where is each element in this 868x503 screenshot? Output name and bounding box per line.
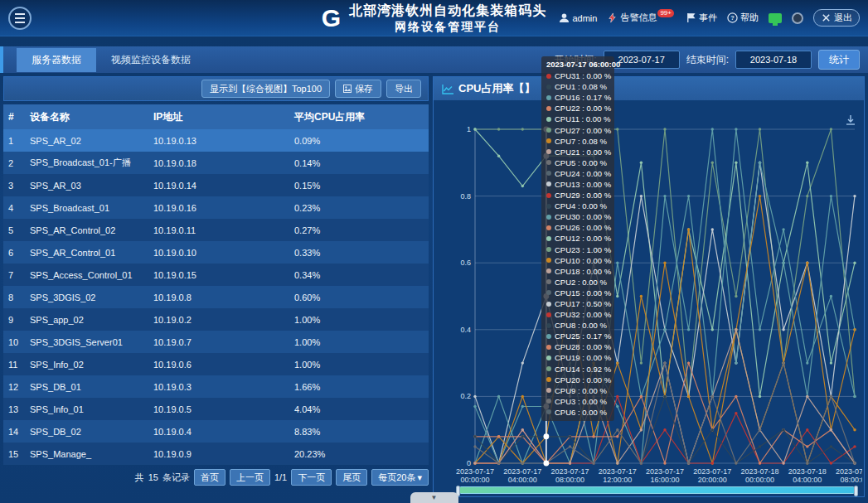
user-menu[interactable]: admin [559,12,597,23]
avg-cpu-cell: 0.34% [289,264,429,286]
start-time-input[interactable] [604,51,680,69]
screen-toggle[interactable] [769,13,782,23]
avg-cpu-cell: 0.14% [289,152,429,174]
ip-cell: 10.19.0.4 [148,420,289,443]
avg-cpu-cell: 1.00% [289,353,429,375]
tab-server-data[interactable]: 服务器数据 [17,48,96,72]
svg-text:0.8: 0.8 [460,192,471,201]
table-row[interactable]: 5SPS_AR_Control_0210.19.0.110.27% [3,219,429,241]
alarm-icon [607,12,618,23]
device-name-cell: SPS_DB_02 [25,420,148,443]
hamburger-menu-button[interactable] [8,7,32,30]
app-title: G 北部湾港钦州自动化集装箱码头 网络设备管理平台 [322,0,546,36]
table-row[interactable]: 11SPS_Info_0210.19.0.61.00% [3,353,429,375]
ip-cell: 10.19.0.18 [148,152,289,174]
event-menu[interactable]: 事件 [686,12,717,24]
table-row[interactable]: 8SPS_3DGIS_0210.19.0.80.60% [3,286,429,308]
last-page-button[interactable]: 尾页 [336,469,367,486]
device-name-cell: SPS_AR_03 [25,174,148,196]
table-row[interactable]: 4SPS_Broadcast_0110.19.0.160.23% [3,196,429,219]
download-icon [844,114,857,127]
save-button[interactable]: 保存 [335,80,381,98]
row-index: 10 [3,331,25,353]
table-header-row: # 设备名称 IP地址 平均CPU占用率 [3,104,429,129]
row-index: 3 [3,174,25,196]
first-page-button[interactable]: 首页 [194,469,225,486]
col-header-ip: IP地址 [148,104,289,129]
logout-button[interactable]: 退出 [813,9,860,27]
cpu-usage-chart[interactable]: 00.20.40.60.812023-07-1700:00:002023-07-… [434,100,862,490]
user-name: admin [572,13,597,23]
download-chart-button[interactable] [844,114,857,129]
zoom-handle-right[interactable] [854,486,858,496]
table-row[interactable]: 14SPS_DB_0210.19.0.48.83% [3,420,429,443]
collapse-panel-handle[interactable]: ▼ [410,492,458,503]
avg-cpu-cell: 1.00% [289,308,429,331]
ip-cell: 10.19.0.10 [148,241,289,264]
ip-cell: 10.19.0.16 [148,196,289,219]
data-zoom-slider[interactable] [457,486,857,494]
ip-cell: 10.19.0.13 [148,129,289,152]
device-name-cell: SPS_AR_Control_01 [25,241,148,264]
table-row[interactable]: 15SPS_Manage_10.19.0.920.23% [3,443,429,465]
table-row[interactable]: 7SPS_Access_Control_0110.19.0.150.34% [3,264,429,286]
event-label: 事件 [699,12,717,24]
svg-text:12:00:00: 12:00:00 [603,476,632,484]
statistics-button[interactable]: 统计 [818,50,860,70]
page-size-select[interactable]: 每页20条 ▾ [371,469,429,486]
next-page-button[interactable]: 下一页 [291,469,332,486]
line-chart-icon [442,84,454,94]
ip-cell: 10.19.0.3 [148,375,289,398]
record-count-suffix: 条记录 [162,472,190,484]
table-row[interactable]: 12SPS_DB_0110.19.0.31.66% [3,375,429,398]
export-button[interactable]: 导出 [386,80,421,98]
row-index: 11 [3,353,25,375]
svg-text:0.2: 0.2 [460,392,471,400]
row-index: 2 [3,152,25,174]
ip-cell: 10.19.0.14 [148,174,289,196]
avg-cpu-cell: 0.33% [289,241,429,264]
svg-text:2023-07-18: 2023-07-18 [740,467,778,476]
svg-text:2023-07-17: 2023-07-17 [503,467,541,476]
chart-title: CPU占用率【】 [458,81,535,96]
table-row[interactable]: 2SPS_Broadcast_01-广播10.19.0.180.14% [3,152,429,174]
theme-icon [792,12,803,24]
ip-cell: 10.19.0.5 [148,398,289,420]
record-count: 15 [148,472,158,482]
chevron-down-icon: ▼ [431,494,438,501]
tab-video-device-data[interactable]: 视频监控设备数据 [96,48,206,72]
svg-text:04:00:00: 04:00:00 [793,476,822,484]
device-name-cell: SPS_DB_01 [25,375,148,398]
logout-label: 退出 [834,12,852,24]
col-header-avg-cpu: 平均CPU占用率 [289,104,429,129]
device-name-cell: SPS_AR_Control_02 [25,219,148,241]
save-image-icon [343,85,352,93]
close-icon [821,12,832,23]
end-time-label: 结束时间: [686,53,729,67]
table-row[interactable]: 1SPS_AR_0210.19.0.130.09% [3,129,429,152]
svg-text:20:00:00: 20:00:00 [698,476,727,484]
table-row[interactable]: 10SPS_3DGIS_Server0110.19.0.71.00% [3,331,429,353]
end-time-input[interactable] [735,51,812,69]
row-index: 4 [3,196,25,219]
table-row[interactable]: 9SPS_app_0210.19.0.21.00% [3,308,429,331]
alarm-menu[interactable]: 告警信息 99+ [607,12,676,24]
device-name-cell: SPS_AR_02 [25,129,148,152]
device-name-cell: SPS_Info_01 [25,398,148,420]
avg-cpu-cell: 4.04% [289,398,429,420]
help-icon: ? [727,12,738,23]
help-menu[interactable]: ? 帮助 [727,12,759,24]
table-row[interactable]: 3SPS_AR_0310.19.0.140.15% [3,174,429,196]
theme-toggle[interactable] [792,12,803,24]
table-row[interactable]: 6SPS_AR_Control_0110.19.0.100.33% [3,241,429,264]
chart-body: 00.20.40.60.812023-07-1700:00:002023-07-… [434,100,864,496]
app-header: G 北部湾港钦州自动化集装箱码头 网络设备管理平台 admin 告警信息 99+… [0,0,868,36]
prev-page-button[interactable]: 上一页 [230,469,270,486]
svg-text:2023-07-17: 2023-07-17 [550,467,589,476]
row-index: 12 [3,375,25,398]
svg-text:08:00:00: 08:00:00 [555,476,584,484]
show-to-composite-view-button[interactable]: 显示到【综合视图】Top100 [201,80,330,98]
table-row[interactable]: 13SPS_Info_0110.19.0.54.04% [3,398,429,420]
header-menu: admin 告警信息 99+ 事件 ? 帮助 退出 [559,9,860,27]
avg-cpu-cell: 8.83% [289,420,429,443]
